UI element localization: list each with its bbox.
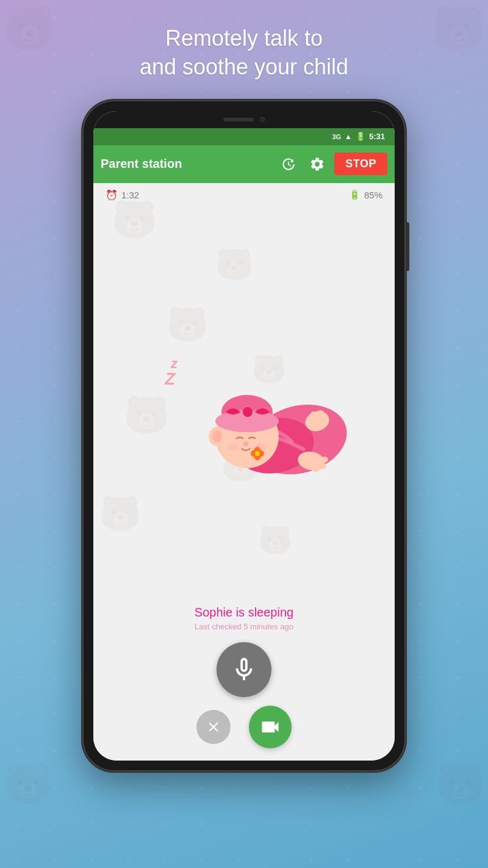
svg-point-22: [255, 451, 260, 456]
baby-svg: [159, 351, 354, 485]
screen-content: 🐻 🐻 🐻 🐻 🐻 🐻 🐻 🐻 ⏰ 1:32 🔋 85%: [93, 183, 395, 761]
bear-decoration-top-right: 🐻: [432, 3, 485, 53]
svg-point-32: [212, 430, 222, 443]
svg-point-13: [243, 407, 253, 417]
svg-point-29: [318, 462, 326, 469]
bear-decoration-bottom-right: 🐻: [436, 761, 485, 807]
speaker-grille: [223, 118, 254, 121]
bear-decoration-bottom-left: 🐻: [3, 761, 52, 807]
phone-notch: [93, 111, 395, 128]
settings-icon: [309, 156, 325, 172]
status-bar: 3G ▲ 🔋 5:31: [93, 128, 395, 145]
phone-frame: 3G ▲ 🔋 5:31 Parent station STOP: [82, 100, 406, 772]
history-icon: [280, 156, 296, 172]
svg-point-26: [321, 415, 328, 421]
svg-point-14: [243, 441, 248, 446]
bear-decoration-top-left: 🐻: [3, 3, 56, 53]
system-time: 5:31: [369, 132, 385, 141]
app-title: Parent station: [101, 157, 271, 171]
baby-illustration: z Z: [146, 339, 342, 473]
svg-point-30: [321, 457, 328, 463]
svg-point-15: [228, 443, 239, 450]
signal-bars-icon: ▲: [345, 132, 352, 141]
history-button[interactable]: [276, 152, 300, 176]
headline: Remotely talk to and soothe your child: [103, 0, 385, 100]
phone-screen: 3G ▲ 🔋 5:31 Parent station STOP: [93, 111, 395, 761]
stop-button[interactable]: STOP: [334, 153, 387, 175]
headline-line1: Remotely talk to: [165, 26, 323, 51]
battery-status-icon: 🔋: [356, 132, 365, 141]
signal-indicator: 3G: [332, 133, 341, 140]
app-bar: Parent station STOP: [93, 145, 395, 183]
front-camera: [260, 117, 265, 122]
settings-button[interactable]: [305, 152, 329, 176]
baby-illustration-area: z Z: [93, 207, 395, 606]
headline-line2: and soothe your child: [140, 54, 348, 79]
